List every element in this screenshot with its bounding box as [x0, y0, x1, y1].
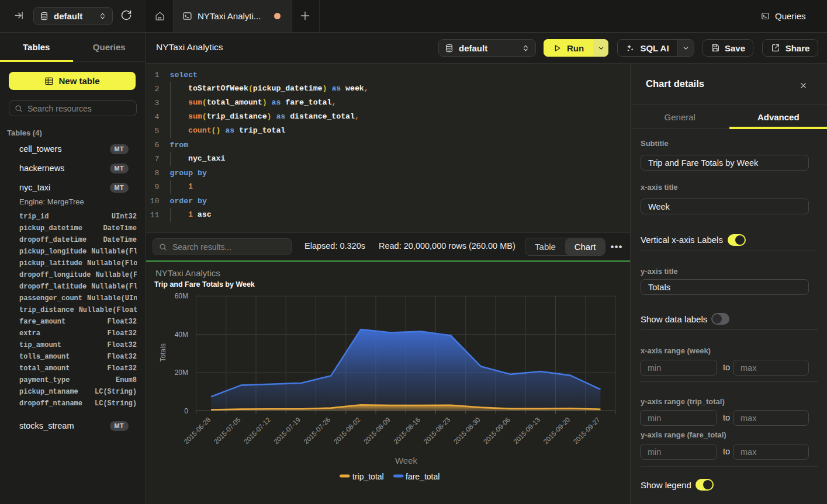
- svg-text:2015-09-27: 2015-09-27: [572, 416, 601, 445]
- svg-text:0: 0: [184, 407, 188, 415]
- svg-text:2015-09-06: 2015-09-06: [482, 416, 511, 445]
- svg-text:2015-07-05: 2015-07-05: [213, 416, 242, 445]
- svg-text:2015-07-26: 2015-07-26: [302, 416, 331, 445]
- svg-text:2015-09-13: 2015-09-13: [512, 416, 541, 445]
- svg-text:20M: 20M: [175, 369, 188, 377]
- svg-text:40M: 40M: [175, 331, 188, 339]
- svg-text:2015-08-30: 2015-08-30: [452, 416, 482, 445]
- svg-text:Totals: Totals: [159, 343, 167, 362]
- svg-text:Trip and Fare Totals by Week: Trip and Fare Totals by Week: [154, 280, 255, 289]
- svg-text:2015-08-02: 2015-08-02: [333, 416, 362, 445]
- svg-text:2015-08-23: 2015-08-23: [422, 416, 451, 445]
- svg-text:2015-07-12: 2015-07-12: [243, 416, 272, 445]
- svg-text:2015-08-09: 2015-08-09: [362, 416, 392, 445]
- svg-text:2015-07-19: 2015-07-19: [272, 416, 302, 445]
- svg-text:Week: Week: [395, 456, 418, 465]
- svg-text:2015-06-28: 2015-06-28: [182, 416, 212, 445]
- svg-text:fare_total: fare_total: [406, 472, 440, 481]
- svg-text:60M: 60M: [175, 292, 188, 300]
- svg-text:2015-09-20: 2015-09-20: [542, 416, 571, 445]
- svg-text:NYTaxi Analytics: NYTaxi Analytics: [155, 268, 220, 278]
- svg-text:2015-08-16: 2015-08-16: [392, 416, 421, 445]
- svg-text:trip_total: trip_total: [352, 472, 384, 481]
